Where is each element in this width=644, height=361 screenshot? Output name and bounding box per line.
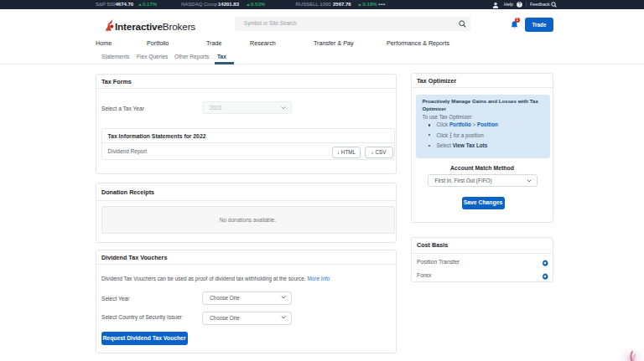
- svg-text:?: ?: [518, 2, 521, 7]
